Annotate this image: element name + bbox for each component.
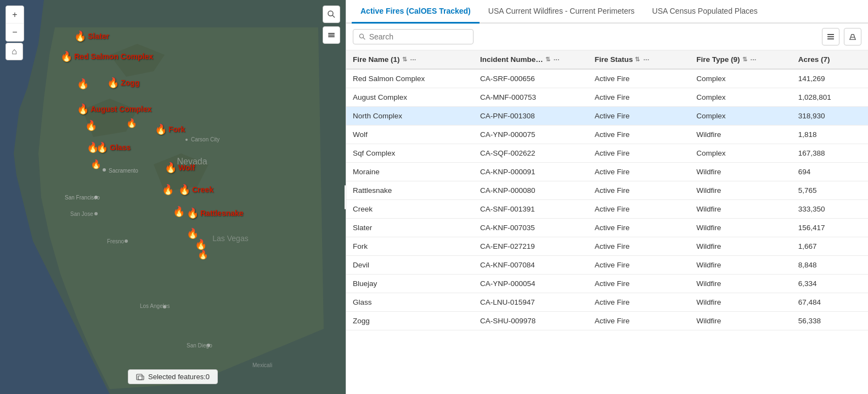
- map-background: Nevada Las Vegas Sacramento San Francisc…: [0, 0, 346, 394]
- cell-incident: CA-SNF-001391: [474, 200, 588, 219]
- cell-type: Wildfire: [690, 181, 792, 200]
- table-row[interactable]: Bluejay CA-YNP-000054 Active Fire Wildfi…: [346, 275, 868, 293]
- cell-acres: 318,930: [792, 107, 868, 125]
- cell-fire-name: Wolf: [346, 125, 474, 144]
- cell-status: Active Fire: [588, 256, 690, 275]
- clear-button[interactable]: [844, 28, 861, 45]
- svg-rect-23: [137, 374, 142, 380]
- table-row[interactable]: August Complex CA-MNF-000753 Active Fire…: [346, 88, 868, 107]
- table-row[interactable]: North Complex CA-PNF-001308 Active Fire …: [346, 107, 868, 125]
- more-icon-incident[interactable]: ···: [554, 55, 560, 64]
- col-header-incident[interactable]: Incident Numbe… ⇅ ···: [474, 50, 588, 69]
- col-header-acres[interactable]: Acres (7): [792, 50, 868, 69]
- cell-incident: CA-PNF-001308: [474, 107, 588, 125]
- cell-type: Complex: [690, 88, 792, 107]
- cell-acres: 333,350: [792, 200, 868, 219]
- table-row[interactable]: Fork CA-ENF-027219 Active Fire Wildfire …: [346, 237, 868, 256]
- layers-icon: [327, 31, 336, 39]
- fire-icon-extra-4: 🔥: [91, 159, 102, 169]
- cell-acres: 1,028,801: [792, 88, 868, 107]
- zoom-in-button[interactable]: +: [6, 6, 24, 24]
- tabs-bar: Active Fires (CalOES Tracked) USA Curren…: [346, 0, 868, 24]
- table-row[interactable]: Moraine CA-KNP-000091 Active Fire Wildfi…: [346, 163, 868, 181]
- svg-point-18: [328, 11, 333, 16]
- cell-fire-name: Glass: [346, 293, 474, 312]
- more-icon-type[interactable]: ···: [751, 55, 757, 64]
- cell-incident: CA-KNP-000091: [474, 163, 588, 181]
- cell-incident: CA-KNF-007084: [474, 256, 588, 275]
- zoom-controls[interactable]: + −: [5, 5, 24, 42]
- cell-status: Active Fire: [588, 107, 690, 125]
- fire-icon-extra-8: 🔥: [187, 227, 199, 239]
- table-row[interactable]: Rattlesnake CA-KNP-000080 Active Fire Wi…: [346, 181, 868, 200]
- svg-text:Carson City: Carson City: [191, 136, 219, 142]
- svg-point-7: [94, 212, 98, 215]
- svg-text:Los Angeles: Los Angeles: [140, 303, 170, 309]
- col-header-status[interactable]: Fire Status ⇅ ···: [588, 50, 690, 69]
- cell-acres: 6,334: [792, 275, 868, 293]
- fire-icon-extra-3: 🔥: [87, 141, 99, 153]
- cell-fire-name: Sqf Complex: [346, 144, 474, 163]
- table-row[interactable]: Glass CA-LNU-015947 Active Fire Wildfire…: [346, 293, 868, 312]
- table-row[interactable]: Zogg CA-SHU-009978 Active Fire Wildfire …: [346, 312, 868, 330]
- tab-active-fires[interactable]: Active Fires (CalOES Tracked): [352, 0, 480, 24]
- collapse-panel-button[interactable]: ‹: [345, 185, 346, 209]
- data-toolbar: [346, 24, 868, 50]
- more-icon-fire-name[interactable]: ···: [410, 55, 416, 64]
- cell-type: Wildfire: [690, 293, 792, 312]
- svg-rect-22: [328, 36, 335, 37]
- table-container[interactable]: Fire Name (1) ⇅ ··· Incident Numbe… ⇅ ··…: [346, 50, 868, 394]
- col-header-type[interactable]: Fire Type (9) ⇅ ···: [690, 50, 792, 69]
- list-view-button[interactable]: [822, 28, 839, 45]
- zoom-out-button[interactable]: −: [6, 24, 24, 41]
- table-row[interactable]: Sqf Complex CA-SQF-002622 Active Fire Co…: [346, 144, 868, 163]
- home-button[interactable]: ⌂: [5, 43, 23, 60]
- map-toolbar-right: [323, 5, 340, 44]
- cell-incident: CA-YNP-000075: [474, 125, 588, 144]
- search-map-icon: [327, 10, 336, 19]
- search-input[interactable]: [369, 32, 467, 41]
- svg-text:San Jose: San Jose: [70, 211, 93, 217]
- cell-type: Wildfire: [690, 163, 792, 181]
- search-box[interactable]: [353, 29, 474, 44]
- cell-type: Wildfire: [690, 125, 792, 144]
- table-row[interactable]: Creek CA-SNF-001391 Active Fire Wildfire…: [346, 200, 868, 219]
- table-row[interactable]: Devil CA-KNF-007084 Active Fire Wildfire…: [346, 256, 868, 275]
- table-row[interactable]: Wolf CA-YNP-000075 Active Fire Wildfire …: [346, 125, 868, 144]
- cell-type: Wildfire: [690, 237, 792, 256]
- tab-usa-census[interactable]: USA Census Populated Places: [644, 0, 766, 24]
- sort-icon-fire-name: ⇅: [402, 56, 407, 63]
- svg-rect-27: [827, 34, 834, 35]
- cell-incident: CA-LNU-015947: [474, 293, 588, 312]
- cell-status: Active Fire: [588, 69, 690, 88]
- svg-text:San Diego: San Diego: [187, 342, 212, 349]
- right-panel: Active Fires (CalOES Tracked) USA Curren…: [346, 0, 868, 394]
- cell-fire-name: August Complex: [346, 88, 474, 107]
- cell-type: Wildfire: [690, 200, 792, 219]
- col-header-fire-name[interactable]: Fire Name (1) ⇅ ···: [346, 50, 474, 69]
- svg-text:San Francisco: San Francisco: [65, 195, 100, 201]
- fire-icon-extra-5: 🔥: [126, 118, 137, 128]
- cell-status: Active Fire: [588, 163, 690, 181]
- cell-type: Wildfire: [690, 312, 792, 330]
- cell-acres: 156,417: [792, 219, 868, 237]
- tab-usa-wildfires[interactable]: USA Current Wildfires - Current Perimete…: [480, 0, 644, 24]
- svg-line-26: [363, 37, 365, 39]
- cell-status: Active Fire: [588, 219, 690, 237]
- table-header: Fire Name (1) ⇅ ··· Incident Numbe… ⇅ ··…: [346, 50, 868, 69]
- layers-button[interactable]: [323, 26, 340, 44]
- cell-acres: 5,765: [792, 181, 868, 200]
- cell-fire-name: Red Salmon Complex: [346, 69, 474, 88]
- table-body: Red Salmon Complex CA-SRF-000656 Active …: [346, 69, 868, 330]
- more-icon-status[interactable]: ···: [643, 55, 649, 64]
- cell-acres: 56,338: [792, 312, 868, 330]
- selected-features-badge: Selected features:0: [128, 369, 218, 384]
- search-map-button[interactable]: [323, 5, 340, 23]
- svg-point-25: [359, 34, 363, 38]
- cell-status: Active Fire: [588, 312, 690, 330]
- cell-fire-name: Moraine: [346, 163, 474, 181]
- fire-icon-extra-10: 🔥: [198, 249, 208, 260]
- table-row[interactable]: Slater CA-KNF-007035 Active Fire Wildfir…: [346, 219, 868, 237]
- table-row[interactable]: Red Salmon Complex CA-SRF-000656 Active …: [346, 69, 868, 88]
- cell-acres: 141,269: [792, 69, 868, 88]
